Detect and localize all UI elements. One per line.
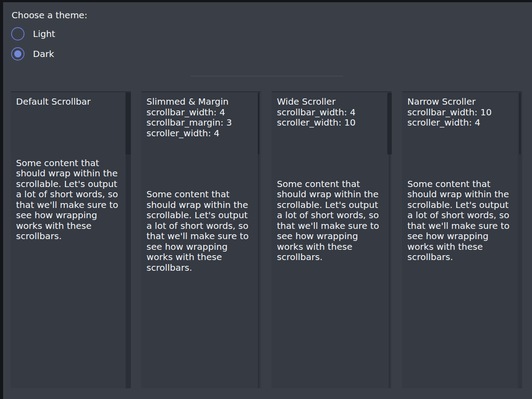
panel-content: Some content that should wrap within the… xyxy=(16,158,120,242)
panel-title: Wide Scroller xyxy=(277,92,381,107)
panel-content: Some content that should wrap within the… xyxy=(277,179,381,263)
scrollbar-thumb[interactable] xyxy=(258,93,260,155)
panel-title: Narrow Scroller xyxy=(407,92,512,107)
panel-config: scrollbar_width: 4 scrollbar_margin: 3 s… xyxy=(146,107,251,139)
app-window: Choose a theme: Light Dark Default Scrol… xyxy=(0,0,532,399)
panel-config: scrollbar_width: 4 scroller_width: 10 xyxy=(277,107,381,128)
theme-option-dark[interactable]: Dark xyxy=(11,47,54,61)
panel-narrow-scroller[interactable]: Narrow Scroller scrollbar_width: 10 scro… xyxy=(402,91,522,388)
radio-dot-icon xyxy=(14,30,21,37)
panel-title: Default Scrollbar xyxy=(16,92,120,107)
panel-content: Some content that should wrap within the… xyxy=(407,179,512,263)
panel-content: Some content that should wrap within the… xyxy=(146,189,251,273)
scrollbar-thumb[interactable] xyxy=(519,93,521,155)
panel-config: scrollbar_width: 10 scroller_width: 4 xyxy=(407,107,512,128)
radio-button-icon[interactable] xyxy=(11,47,24,61)
panel-title: Slimmed & Margin xyxy=(146,92,251,107)
section-divider xyxy=(190,76,343,77)
theme-option-label[interactable]: Light xyxy=(33,27,55,41)
scrollbar-thumb[interactable] xyxy=(126,93,131,155)
theme-option-light[interactable]: Light xyxy=(11,27,55,41)
theme-option-label[interactable]: Dark xyxy=(33,47,54,61)
theme-chooser-label: Choose a theme: xyxy=(12,10,87,20)
panel-slimmed-margin[interactable]: Slimmed & Margin scrollbar_width: 4 scro… xyxy=(141,91,261,388)
radio-dot-icon xyxy=(14,50,21,57)
panel-wide-scroller[interactable]: Wide Scroller scrollbar_width: 4 scrolle… xyxy=(272,91,392,388)
scrollbar-demo-panels: Default Scrollbar Some content that shou… xyxy=(11,91,522,388)
scrollbar-thumb[interactable] xyxy=(387,93,392,155)
radio-button-icon[interactable] xyxy=(11,27,24,41)
panel-default-scrollbar[interactable]: Default Scrollbar Some content that shou… xyxy=(11,91,131,388)
